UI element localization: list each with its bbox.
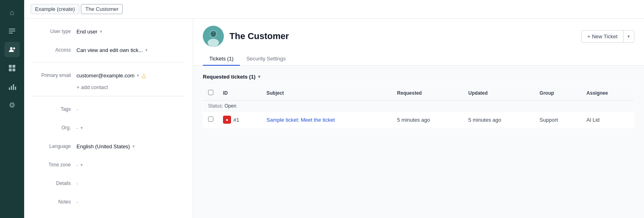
divider-1: [32, 62, 185, 62]
primary-email-label: Primary email: [32, 73, 76, 78]
timezone-field: Time zone - ▾: [32, 158, 185, 171]
status-label: Status:: [208, 103, 223, 109]
access-label: Access: [32, 47, 76, 53]
status-row: Status: Open: [203, 101, 634, 112]
col-requested: Requested: [392, 86, 464, 101]
main-area: Example (create) The Customer User type …: [24, 0, 644, 218]
svg-point-16: [210, 31, 217, 37]
home-icon[interactable]: ⌂: [4, 5, 20, 20]
row-checkbox-cell: [203, 112, 219, 128]
ticket-id-cell: ● #1: [218, 112, 262, 128]
org-chevron[interactable]: ▾: [80, 125, 83, 131]
right-panel: The Customer + New Ticket ▾ Tickets (1) …: [193, 19, 644, 218]
ticket-group: Support: [540, 117, 558, 123]
ticket-subject-link[interactable]: Sample ticket: Meet the ticket: [266, 117, 335, 123]
svg-point-18: [214, 33, 215, 34]
org-field: Org. - ▾: [32, 121, 185, 134]
svg-rect-9: [9, 87, 10, 90]
svg-point-17: [212, 33, 213, 34]
svg-rect-2: [9, 33, 13, 33]
tickets-content: Requested tickets (1) ▾ ID Subject Reque…: [193, 66, 644, 136]
timezone-text: -: [76, 162, 78, 168]
col-id: ID: [218, 86, 262, 101]
org-label: Org.: [32, 125, 76, 131]
ticket-requested-cell: 5 minutes ago: [392, 112, 464, 128]
col-group: Group: [535, 86, 582, 101]
select-all-checkbox[interactable]: [208, 90, 213, 95]
settings-icon[interactable]: ⚙: [4, 98, 20, 113]
org-value: - ▾: [76, 125, 185, 131]
new-ticket-button-group: + New Ticket ▾: [581, 30, 634, 43]
ticket-id[interactable]: #1: [233, 117, 239, 123]
user-info-left: The Customer: [203, 26, 289, 47]
ticket-requested: 5 minutes ago: [397, 117, 430, 123]
status-value: Open: [225, 103, 236, 109]
breadcrumb-example[interactable]: Example (create): [31, 4, 79, 14]
svg-rect-11: [13, 84, 14, 90]
email-chevron[interactable]: ▾: [137, 73, 139, 78]
user-name: The Customer: [229, 31, 289, 42]
ticket-updated-cell: 5 minutes ago: [464, 112, 535, 128]
ticket-assignee-cell: Al Lid: [582, 112, 634, 128]
language-field: Language English (United States) ▾: [32, 140, 185, 153]
user-info-row: The Customer + New Ticket ▾: [203, 26, 634, 47]
access-field: Access Can view and edit own tick... ▾: [32, 44, 185, 56]
add-contact-link[interactable]: + add contact: [76, 84, 185, 90]
tickets-icon[interactable]: [4, 23, 20, 39]
warning-icon[interactable]: △: [142, 72, 146, 79]
notes-text: -: [76, 199, 78, 205]
tab-security-settings[interactable]: Security Settings: [240, 52, 292, 66]
notes-value: -: [76, 199, 185, 205]
org-text: -: [76, 125, 78, 131]
ticket-status-icon: ●: [223, 116, 231, 124]
svg-rect-5: [9, 65, 12, 68]
svg-rect-0: [9, 29, 15, 29]
breadcrumb: Example (create) The Customer: [24, 0, 644, 19]
divider-2: [32, 96, 185, 96]
tags-label: Tags: [32, 106, 76, 112]
new-ticket-dropdown-button[interactable]: ▾: [623, 31, 634, 42]
svg-point-3: [10, 47, 12, 50]
notes-field: Notes -: [32, 195, 185, 208]
primary-email-text[interactable]: customer@example.com: [76, 73, 134, 79]
users-icon[interactable]: [4, 42, 20, 57]
details-field: Details -: [32, 177, 185, 190]
svg-rect-8: [12, 69, 15, 71]
requested-tickets-chevron: ▾: [258, 74, 260, 79]
access-value: Can view and edit own tick... ▾: [76, 47, 185, 53]
timezone-value: - ▾: [76, 162, 185, 168]
ticket-updated: 5 minutes ago: [469, 117, 502, 123]
svg-rect-7: [9, 69, 12, 71]
details-label: Details: [32, 181, 76, 186]
sidebar: ⌂ ⚙: [0, 0, 24, 218]
details-text: -: [76, 181, 78, 187]
notes-label: Notes: [32, 199, 76, 205]
status-cell: Status: Open: [203, 101, 634, 112]
reports-icon[interactable]: [4, 60, 20, 76]
access-text: Can view and edit own tick...: [76, 47, 143, 53]
language-chevron[interactable]: ▾: [132, 144, 135, 149]
tags-field: Tags -: [32, 103, 185, 116]
user-type-chevron[interactable]: ▾: [100, 29, 102, 34]
breadcrumb-customer[interactable]: The Customer: [81, 4, 123, 14]
stats-icon[interactable]: [4, 79, 20, 94]
user-type-value: End user ▾: [76, 29, 185, 35]
avatar: [203, 26, 224, 47]
requested-tickets-header[interactable]: Requested tickets (1) ▾: [203, 74, 634, 80]
tags-text: -: [76, 106, 78, 112]
col-checkbox: [203, 86, 219, 101]
ticket-id-group: ● #1: [223, 116, 257, 124]
details-value: -: [76, 181, 185, 187]
language-text: English (United States): [76, 143, 130, 149]
timezone-chevron[interactable]: ▾: [80, 162, 83, 168]
new-ticket-button[interactable]: + New Ticket: [582, 31, 623, 42]
requested-tickets-label: Requested tickets (1): [203, 74, 256, 80]
user-type-label: User type: [32, 29, 76, 34]
access-chevron[interactable]: ▾: [145, 48, 148, 53]
tab-tickets[interactable]: Tickets (1): [203, 52, 240, 66]
col-assignee: Assignee: [582, 86, 634, 101]
tags-value: -: [76, 106, 185, 112]
content-row: User type End user ▾ Access Can view and…: [24, 19, 644, 218]
row-checkbox[interactable]: [208, 116, 213, 122]
tickets-table: ID Subject Requested Updated Group Assig…: [203, 85, 634, 128]
